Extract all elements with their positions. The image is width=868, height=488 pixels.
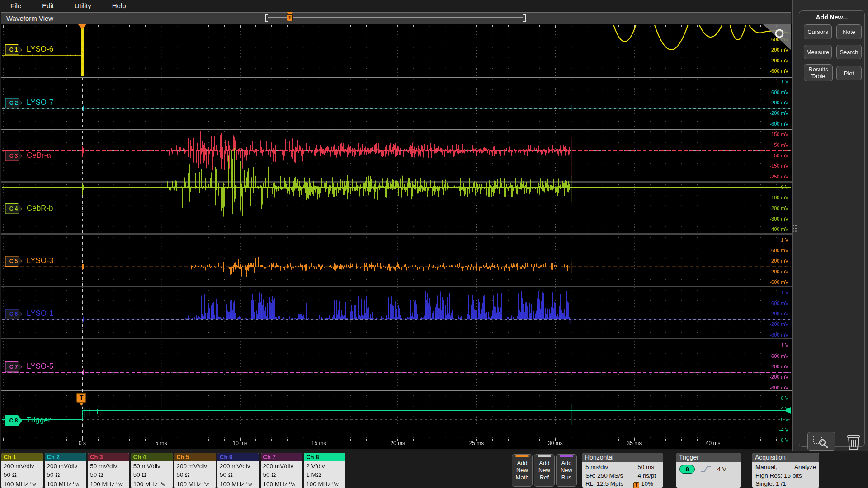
add-new-search-button[interactable]: Search <box>836 45 862 59</box>
channel-bandwidth: 100 MHz BW <box>133 479 170 488</box>
channel-badge-header-ch8: Ch 8 <box>304 453 345 461</box>
channel-badge-header-ch3: Ch 3 <box>88 453 129 461</box>
channel-impedance: 50 Ω <box>133 470 170 479</box>
record-view-bracket-right <box>523 14 526 22</box>
channel-bandwidth: 100 MHz BW <box>263 479 300 488</box>
trigger-source-badge: 8 <box>679 465 695 474</box>
channel-6-name: LYSO-1 <box>27 309 53 318</box>
menu-item-help[interactable]: Help <box>102 0 137 11</box>
time-axis-label: 35 ms <box>627 440 642 446</box>
channel-6-scale-label: 1 V <box>757 290 788 295</box>
channel-5-scale-label: 200 mV <box>757 258 788 263</box>
acq-single: Single: 1 /1 <box>755 480 816 488</box>
trigger-position-marker-icon[interactable]: T <box>287 14 293 21</box>
channel-3-scale-label: -50 mV <box>757 153 788 158</box>
channel-scale: 50 mV/div <box>90 462 127 470</box>
delete-button[interactable] <box>845 433 862 451</box>
add-new-note-button[interactable]: Note <box>836 24 862 39</box>
channel-badge-body-ch3: 50 mV/div50 Ω100 MHz BW <box>88 461 129 488</box>
trigger-panel[interactable]: Trigger 8 4 V <box>676 453 741 488</box>
waveform-plot-area[interactable]: C 1LYSO-6600 mV200 mV-200 mV-600 mVC 2LY… <box>1 24 792 449</box>
horizontal-panel[interactable]: Horizontal 5 ms/div50 ms SR: 250 MS/s4 n… <box>582 453 663 488</box>
channel-4-scale-label: -400 mV <box>757 226 788 232</box>
menu-item-utility[interactable]: Utility <box>64 0 102 11</box>
panel-drag-handle[interactable] <box>793 225 797 237</box>
waveform-view-titlebar[interactable]: Waveform View <box>1 12 791 24</box>
add-new-results-table-button[interactable]: Results Table <box>804 64 833 81</box>
channel-badge-body-ch7: 200 mV/div50 Ω100 MHz BW <box>261 461 302 488</box>
add-new-measure-button[interactable]: Measure <box>804 45 832 59</box>
add-new-bus-button[interactable]: Add New Bus <box>556 454 577 487</box>
channel-badge-ch8[interactable]: Ch 82 V/div1 MΩ100 MHz BW <box>304 453 345 488</box>
channel-impedance: 50 Ω <box>263 470 300 479</box>
record-view-line <box>268 17 523 18</box>
channel-badge-body-ch5: 200 mV/div50 Ω100 MHz BW <box>174 461 216 488</box>
channel-3-scale-label: 150 mV <box>757 131 788 137</box>
add-new-cursors-button[interactable]: Cursors <box>804 24 832 39</box>
menu-item-edit[interactable]: Edit <box>32 0 64 11</box>
channel-2-scale-label: -200 mV <box>757 110 788 116</box>
acquisition-panel[interactable]: Acquisition Manual,Analyze High Res: 15 … <box>752 453 819 488</box>
channel-7-scale-label: 200 mV <box>757 364 788 369</box>
time-axis-label: 5 ms <box>155 440 167 446</box>
add-new-ref-button[interactable]: Add New Ref <box>534 454 555 487</box>
zoom-area-button[interactable] <box>807 432 835 451</box>
channel-6-scale-label: 200 mV <box>757 311 788 316</box>
channel-badge-ch6[interactable]: Ch 6200 mV/div50 Ω100 MHz BW <box>217 453 259 488</box>
channel-badge-ch4[interactable]: Ch 450 mV/div50 Ω100 MHz BW <box>131 453 173 488</box>
channel-1-scale-label: -200 mV <box>757 58 788 63</box>
add-new-math-button[interactable]: Add New Math <box>512 454 533 487</box>
channel-4-scale-label: 0 V <box>757 184 788 190</box>
resolution: 4 ns/pt <box>637 472 656 480</box>
channel-8-name: Trigger <box>27 416 51 425</box>
time-axis-label: 25 ms <box>469 440 484 446</box>
channel-badge-body-ch2: 200 mV/div50 Ω100 MHz BW <box>45 461 86 488</box>
channel-5-scale-label: -600 mV <box>757 279 788 285</box>
channel-bandwidth: 100 MHz BW <box>176 479 213 488</box>
channel-badge-header-ch7: Ch 7 <box>261 453 302 461</box>
record-view-bracket-left <box>265 14 268 22</box>
math-accent <box>515 455 529 457</box>
channel-7-name: LYSO-5 <box>27 362 53 371</box>
channel-8-scale-label: 8 V <box>757 395 788 401</box>
channel-4-name: CebR-b <box>27 204 53 213</box>
channel-scale: 200 mV/div <box>47 462 84 470</box>
time-axis-label: 30 ms <box>548 440 563 446</box>
channel-badge-ch5[interactable]: Ch 5200 mV/div50 Ω100 MHz BW <box>174 453 216 488</box>
channel-badge-ch2[interactable]: Ch 2200 mV/div50 Ω100 MHz BW <box>45 453 86 488</box>
channel-1-scale-label: 200 mV <box>757 47 788 52</box>
trigger-level-marker-icon[interactable]: T <box>76 393 86 403</box>
channel-4-scale-label: -100 mV <box>757 195 788 200</box>
channel-badge-body-ch8: 2 V/div1 MΩ100 MHz BW <box>304 461 345 488</box>
rising-edge-icon <box>700 465 712 473</box>
channel-badge-body-ch6: 200 mV/div50 Ω100 MHz BW <box>217 461 259 488</box>
menu-item-file[interactable]: File <box>0 0 32 11</box>
add-new-title: Add New... <box>799 14 864 21</box>
channel-badge-ch3[interactable]: Ch 350 mV/div50 Ω100 MHz BW <box>88 453 129 488</box>
acq-detail: High Res: 15 bits <box>755 472 816 480</box>
trigger-position-pct: 10% <box>641 480 653 487</box>
trigger-time-triangle-icon[interactable] <box>78 24 86 29</box>
channel-2-scale-label: 1 V <box>757 79 788 84</box>
channel-bandwidth: 100 MHz BW <box>4 479 41 488</box>
channel-3-scale-label: -250 mV <box>757 174 788 179</box>
channel-scale: 200 mV/div <box>176 462 213 470</box>
channel-2-scale-label: 200 mV <box>757 100 788 105</box>
channel-6-scale-label: -200 mV <box>757 321 788 327</box>
channel-badge-ch7[interactable]: Ch 7200 mV/div50 Ω100 MHz BW <box>261 453 302 488</box>
channel-bandwidth: 100 MHz BW <box>220 479 257 488</box>
channel-7-scale-label: -600 mV <box>757 385 788 390</box>
waveform-canvas[interactable] <box>1 24 792 449</box>
channel-bandwidth: 100 MHz BW <box>306 479 343 488</box>
horizontal-scale: 5 ms/div <box>585 463 608 472</box>
channel-badge-header-ch4: Ch 4 <box>131 453 173 461</box>
time-axis-label: 40 ms <box>706 440 721 446</box>
channel-badge-ch1[interactable]: Ch 1200 mV/div50 Ω100 MHz BW <box>1 453 43 488</box>
channel-1-name: LYSO-6 <box>27 45 53 54</box>
channel-3-scale-label: 50 mV <box>757 142 788 148</box>
channel-6-scale-label: -600 mV <box>757 332 788 338</box>
channel-scale: 200 mV/div <box>220 462 257 470</box>
channel-5-scale-label: -200 mV <box>757 269 788 274</box>
add-new-plot-button[interactable]: Plot <box>836 66 862 80</box>
record-length: RL: 12.5 Mpts <box>585 480 623 488</box>
